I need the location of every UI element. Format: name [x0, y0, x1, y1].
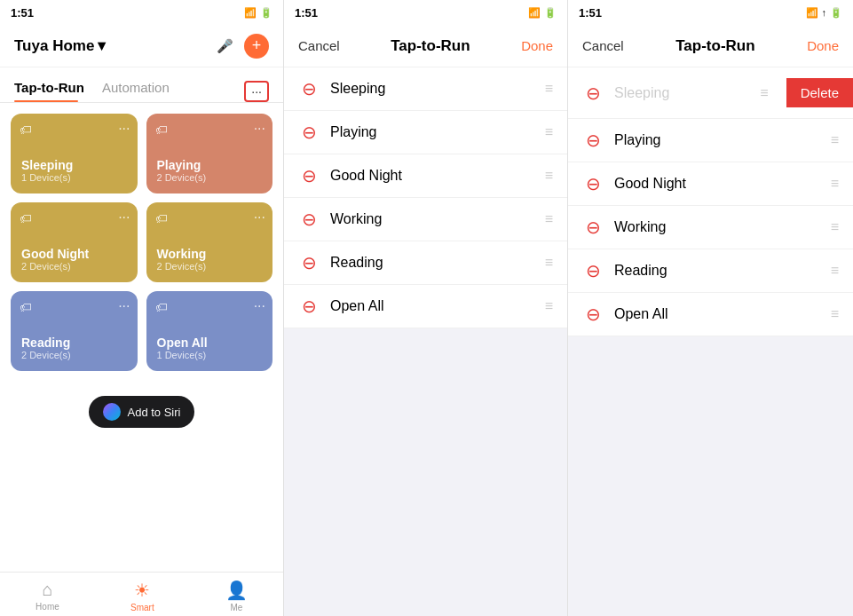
home-title[interactable]: Tuya Home ▾ — [14, 36, 106, 55]
status-time-2: 1:51 — [295, 6, 318, 20]
nav-home-label: Home — [36, 602, 59, 612]
main-header: Tuya Home ▾ 🎤 + — [0, 25, 283, 67]
status-time-3: 1:51 — [579, 6, 602, 20]
card-working[interactable]: 🏷 ··· Working 2 Device(s) — [146, 202, 273, 282]
item-name-open-all: Open All — [330, 298, 534, 314]
tag-icon: 🏷 — [155, 211, 168, 225]
card-sleeping[interactable]: 🏷 ··· Sleeping 1 Device(s) — [11, 114, 138, 193]
card-more-playing[interactable]: ··· — [254, 121, 265, 137]
nav-home[interactable]: ⌂ Home — [36, 580, 59, 612]
card-title-playing: Playing — [157, 158, 263, 172]
drag-handle-good-night-3[interactable]: ≡ — [831, 176, 839, 192]
remove-icon-working[interactable]: ⊖ — [298, 209, 320, 230]
item-name-playing: Playing — [330, 124, 534, 140]
delete-button[interactable]: Delete — [786, 78, 853, 107]
card-open-all[interactable]: 🏷 ··· Open All 1 Device(s) — [146, 291, 273, 371]
status-bar-1: 1:51 📶 🔋 — [0, 0, 283, 25]
remove-icon-open-all-3[interactable]: ⊖ — [582, 304, 604, 325]
item-name-sleeping: Sleeping — [330, 81, 534, 97]
done-button-2[interactable]: Done — [521, 38, 553, 53]
remove-icon-sleeping[interactable]: ⊖ — [298, 78, 320, 99]
drag-handle-open-all-3[interactable]: ≡ — [831, 306, 839, 322]
card-subtitle-working: 2 Device(s) — [157, 261, 263, 272]
status-icons-1: 📶 🔋 — [244, 7, 272, 19]
card-playing[interactable]: 🏷 ··· Playing 2 Device(s) — [146, 114, 273, 193]
done-button-3[interactable]: Done — [807, 38, 839, 53]
drag-handle-good-night[interactable]: ≡ — [545, 168, 553, 184]
cancel-button-2[interactable]: Cancel — [298, 38, 340, 53]
card-subtitle-sleeping: 1 Device(s) — [21, 172, 127, 183]
list-item: ⊖ Good Night ≡ — [568, 162, 853, 206]
tab-tap-to-run[interactable]: Tap-to-Run — [14, 80, 84, 102]
drag-handle-playing[interactable]: ≡ — [545, 124, 553, 140]
battery-icon-2: 🔋 — [544, 7, 557, 19]
list-item: ⊖ Reading ≡ — [284, 241, 567, 285]
panel3-list: ⊖ Sleeping ≡ Delete ⊖ Playing ≡ ⊖ Good N… — [568, 67, 853, 336]
card-more-open-all[interactable]: ··· — [254, 298, 265, 314]
chevron-down-icon: ▾ — [98, 36, 106, 55]
list-item: ⊖ Working ≡ — [284, 198, 567, 241]
tabs-container: Tap-to-Run Automation ··· — [0, 67, 283, 103]
drag-handle-working-3[interactable]: ≡ — [831, 219, 839, 235]
status-icons-3: 📶 ↑ 🔋 — [806, 7, 843, 19]
card-title-good-night: Good Night — [21, 247, 127, 261]
item-name-reading: Reading — [330, 255, 534, 271]
panel-main: 1:51 📶 🔋 Tuya Home ▾ 🎤 + Tap-to-Run Auto… — [0, 0, 284, 616]
card-more-reading[interactable]: ··· — [118, 298, 130, 314]
nav-smart-label: Smart — [130, 603, 154, 612]
item-name-playing-3: Playing — [614, 132, 820, 148]
wifi-icon: 📶 — [244, 7, 257, 19]
drag-handle-reading[interactable]: ≡ — [545, 255, 553, 271]
drag-handle-working[interactable]: ≡ — [545, 211, 553, 227]
card-more-sleeping[interactable]: ··· — [118, 121, 130, 137]
item-name-working-3: Working — [614, 219, 820, 235]
list-item: ⊖ Sleeping ≡ Delete — [568, 67, 853, 119]
card-good-night[interactable]: 🏷 ··· Good Night 2 Device(s) — [11, 202, 138, 282]
list-item: ⊖ Open All ≡ — [568, 293, 853, 336]
cancel-button-3[interactable]: Cancel — [582, 38, 624, 53]
mic-button[interactable]: 🎤 — [217, 38, 233, 54]
location-icon: ↑ — [822, 7, 827, 18]
remove-icon-playing[interactable]: ⊖ — [298, 122, 320, 143]
add-button[interactable]: + — [244, 34, 269, 59]
status-time-1: 1:51 — [11, 6, 34, 20]
remove-icon-reading[interactable]: ⊖ — [298, 252, 320, 273]
nav-me[interactable]: 👤 Me — [225, 580, 248, 612]
drag-handle-sleeping-3[interactable]: ≡ — [760, 85, 768, 101]
list-item: ⊖ Sleeping ≡ — [284, 67, 567, 111]
item-name-reading-3: Reading — [614, 263, 820, 279]
drag-handle-sleeping[interactable]: ≡ — [545, 81, 553, 97]
list-item: ⊖ Reading ≡ — [568, 249, 853, 293]
nav-smart[interactable]: ☀ Smart — [130, 580, 154, 612]
remove-icon-reading-3[interactable]: ⊖ — [582, 260, 604, 281]
panel3-title: Tap-to-Run — [624, 37, 807, 55]
panel-edit: 1:51 📶 🔋 Cancel Tap-to-Run Done ⊖ Sleepi… — [284, 0, 568, 616]
remove-icon-working-3[interactable]: ⊖ — [582, 217, 604, 238]
remove-icon-sleeping-3[interactable]: ⊖ — [582, 83, 604, 104]
me-icon: 👤 — [225, 580, 248, 601]
card-reading[interactable]: 🏷 ··· Reading 2 Device(s) — [11, 291, 138, 371]
remove-icon-playing-3[interactable]: ⊖ — [582, 130, 604, 151]
tag-icon: 🏷 — [20, 300, 32, 314]
remove-icon-good-night-3[interactable]: ⊖ — [582, 173, 604, 194]
add-to-siri-button[interactable]: Add to Siri — [89, 396, 195, 428]
drag-handle-playing-3[interactable]: ≡ — [831, 132, 839, 148]
card-subtitle-good-night: 2 Device(s) — [21, 261, 127, 272]
drag-handle-reading-3[interactable]: ≡ — [831, 263, 839, 279]
nav-me-label: Me — [230, 603, 242, 612]
item-name-good-night: Good Night — [330, 168, 534, 184]
tab-automation[interactable]: Automation — [102, 80, 170, 102]
card-title-working: Working — [157, 247, 263, 261]
remove-icon-good-night[interactable]: ⊖ — [298, 165, 320, 186]
drag-handle-open-all[interactable]: ≡ — [545, 298, 553, 314]
card-more-working[interactable]: ··· — [254, 209, 265, 225]
remove-icon-open-all[interactable]: ⊖ — [298, 296, 320, 317]
card-more-good-night[interactable]: ··· — [118, 209, 130, 225]
tag-icon: 🏷 — [20, 211, 32, 225]
card-title-open-all: Open All — [157, 336, 263, 350]
list-item: ⊖ Working ≡ — [568, 206, 853, 249]
tag-icon: 🏷 — [20, 122, 32, 137]
list-item: ⊖ Playing ≡ — [568, 119, 853, 162]
tab-more-button[interactable]: ··· — [244, 81, 269, 102]
panel3-empty-area — [568, 336, 853, 616]
